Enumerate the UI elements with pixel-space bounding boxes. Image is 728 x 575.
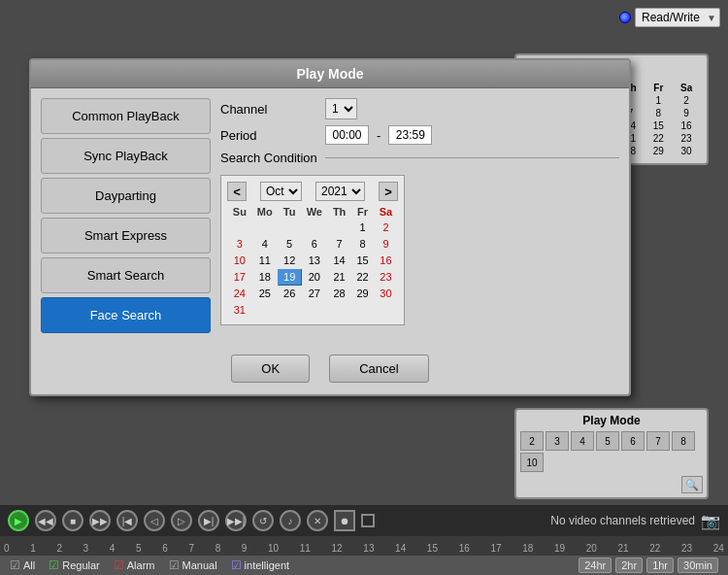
cal-day-19-today[interactable]: 19 [278, 269, 301, 286]
cancel-button[interactable]: Cancel [329, 355, 428, 383]
cal-day-26[interactable]: 26 [278, 286, 301, 302]
cal-year-select[interactable]: 2021 [315, 182, 365, 201]
skip-next-button[interactable]: ▶| [198, 510, 219, 531]
cal-day-27[interactable]: 27 [301, 286, 328, 302]
cal-day-4[interactable]: 4 [251, 236, 278, 253]
cal-day-12[interactable]: 12 [278, 253, 301, 269]
pm-btn-10[interactable]: 10 [520, 453, 544, 472]
cal-day-21[interactable]: 21 [328, 269, 351, 286]
cal-day-18[interactable]: 18 [251, 269, 278, 286]
pm-btn-3[interactable]: 3 [546, 431, 569, 451]
ruler-labels: 0 1 2 3 4 5 6 7 8 9 10 11 12 13 14 15 16… [0, 543, 728, 554]
pm-btn-2[interactable]: 2 [520, 431, 544, 451]
bg-day[interactable]: 15 [645, 119, 672, 132]
intelligent-check-icon: ☑ [231, 558, 242, 572]
read-write-select[interactable]: Read/Write Read Only [635, 8, 720, 27]
cal-day-8[interactable]: 8 [351, 236, 375, 253]
cal-day-9[interactable]: 9 [374, 236, 397, 253]
cal-day-14[interactable]: 14 [328, 253, 351, 269]
sidebar-item-face-search[interactable]: Face Search [41, 297, 211, 333]
stop-button[interactable]: ■ [62, 510, 83, 531]
skip-prev-button[interactable]: |◀ [116, 510, 138, 531]
cal-month-select[interactable]: Oct [260, 182, 302, 201]
intelligent-label: intelligent [245, 559, 289, 571]
period-end-input[interactable] [388, 125, 432, 145]
cal-day-29[interactable]: 29 [351, 286, 375, 302]
loop-button[interactable]: ↺ [252, 510, 274, 531]
timeline-checkbox[interactable] [361, 514, 375, 527]
time-btn-2hr[interactable]: 2hr [615, 558, 643, 573]
frame-fwd-button[interactable]: ▷ [171, 510, 192, 531]
cal-day-31[interactable]: 31 [228, 302, 252, 319]
sidebar-item-sync-playback[interactable]: Sync PlayBack [41, 138, 211, 174]
time-btn-24hr[interactable]: 24hr [579, 558, 612, 573]
cal-next-button[interactable]: > [379, 182, 398, 201]
bg-day[interactable]: 22 [645, 132, 672, 145]
bg-day[interactable]: 8 [645, 107, 672, 119]
bg-day[interactable]: 2 [672, 94, 701, 107]
channel-select[interactable]: 1 [325, 98, 357, 119]
cal-prev-button[interactable]: < [227, 182, 247, 201]
sound-button[interactable]: ♪ [280, 510, 301, 531]
pm-btn-4[interactable]: 4 [571, 431, 594, 451]
cal-week-5: 24 25 26 27 28 29 30 [228, 286, 398, 302]
weekday-sa: Sa [374, 205, 397, 220]
bottom-legend: ☑ All ☑ Regular ☑ Alarm ☑ Manual ☑ intel… [0, 556, 728, 575]
ok-button[interactable]: OK [231, 355, 310, 383]
pm-btn-6[interactable]: 6 [621, 431, 645, 451]
cal-day-24[interactable]: 24 [228, 286, 252, 302]
bg-day[interactable]: 9 [672, 107, 701, 119]
bg-day[interactable]: 23 [672, 132, 701, 145]
play-mode-search-button[interactable]: 🔍 [681, 476, 703, 493]
ruler-label-8: 8 [215, 543, 221, 554]
cal-day-7[interactable]: 7 [328, 236, 351, 253]
rewind-button[interactable]: ◀◀ [35, 510, 56, 531]
cal-day-3[interactable]: 3 [228, 236, 252, 253]
bg-day[interactable]: 29 [645, 145, 672, 157]
cal-day-11[interactable]: 11 [251, 253, 278, 269]
cal-day-30[interactable]: 30 [374, 286, 397, 302]
fast-forward-button[interactable]: ▶▶ [89, 510, 111, 531]
pm-btn-7[interactable]: 7 [646, 431, 670, 451]
cal-day-20[interactable]: 20 [301, 269, 328, 286]
pm-btn-5[interactable]: 5 [596, 431, 619, 451]
play-button[interactable]: ▶ [8, 510, 29, 531]
manual-check-icon: ☑ [169, 558, 180, 572]
cal-day-6[interactable]: 6 [301, 236, 328, 253]
cal-day-2[interactable]: 2 [374, 220, 397, 236]
cal-day-22[interactable]: 22 [351, 269, 375, 286]
bg-day[interactable]: 30 [672, 145, 701, 157]
cal-day-1[interactable]: 1 [351, 220, 375, 236]
skip-end-button[interactable]: ▶▶| [225, 510, 247, 531]
sidebar-item-smart-search[interactable]: Smart Search [41, 257, 211, 293]
cal-day-empty [328, 302, 351, 319]
time-btn-1hr[interactable]: 1hr [646, 558, 674, 573]
cal-day-28[interactable]: 28 [328, 286, 351, 302]
main-content: Channel 1 Period - Search Condition [220, 98, 619, 333]
cal-day-16[interactable]: 16 [374, 253, 397, 269]
camera-icon[interactable]: 📷 [701, 512, 720, 530]
cal-day-17[interactable]: 17 [228, 269, 252, 286]
bg-day[interactable]: 16 [672, 119, 701, 132]
period-start-input[interactable] [325, 125, 369, 145]
frame-back-button[interactable]: ◁ [144, 510, 165, 531]
all-check-icon: ☑ [10, 558, 20, 572]
sidebar-item-dayparting[interactable]: Dayparting [41, 178, 211, 214]
sidebar-item-smart-express[interactable]: Smart Express [41, 218, 211, 254]
cal-day-23[interactable]: 23 [374, 269, 397, 286]
cal-day-13[interactable]: 13 [301, 253, 328, 269]
bg-day[interactable]: 1 [645, 94, 672, 107]
sidebar-item-common-playback[interactable]: Common PlayBack [41, 98, 211, 134]
play-mode-title: Play Mode [520, 414, 703, 427]
alarm-check-icon: ☑ [114, 558, 124, 572]
record-button[interactable]: ⏺ [334, 510, 355, 531]
cal-day-10[interactable]: 10 [228, 253, 252, 269]
time-btn-30min[interactable]: 30min [678, 558, 718, 573]
mute-button[interactable]: ✕ [307, 510, 328, 531]
pm-btn-8[interactable]: 8 [672, 431, 695, 451]
period-row: Period - [220, 125, 619, 145]
cal-day-15[interactable]: 15 [351, 253, 375, 269]
cal-day-25[interactable]: 25 [251, 286, 278, 302]
cal-day-5[interactable]: 5 [278, 236, 301, 253]
cal-day-empty [278, 302, 301, 319]
